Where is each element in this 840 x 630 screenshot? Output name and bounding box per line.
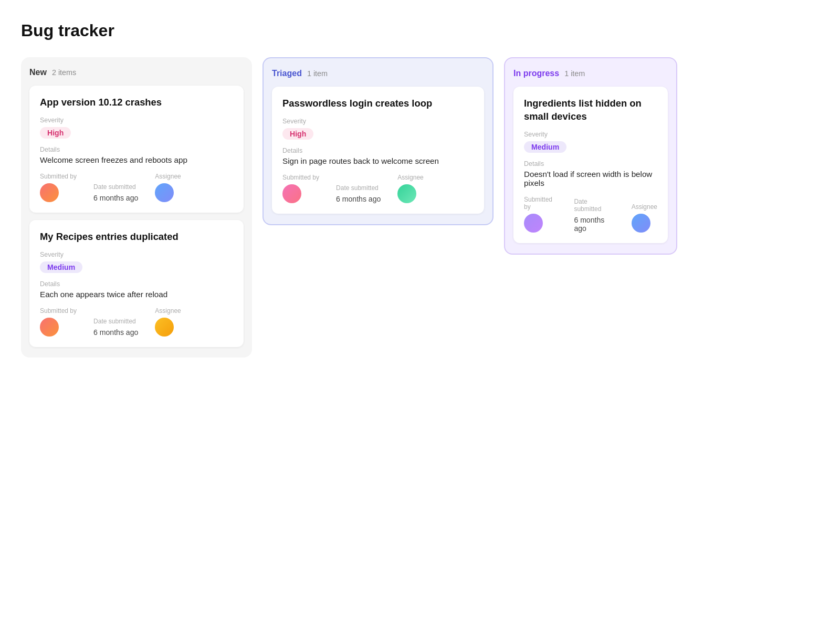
column-count-new: 2 items [52,68,76,77]
assignee-avatar [632,214,650,233]
column-count-triaged: 1 item [307,69,328,78]
severity-badge: Medium [40,261,82,273]
assignee-label: Assignee [632,203,657,211]
submitted-by-label: Submitted by [524,196,557,211]
severity-badge: Medium [524,141,566,153]
card-card-3[interactable]: Passwordless login creates loopSeverityH… [272,87,484,214]
assignee-label: Assignee [155,307,181,314]
kanban-board: New2 itemsApp version 10.12 crashesSever… [21,57,819,358]
date-submitted-value: 6 months ago [93,194,138,202]
column-count-inprogress: 1 item [564,69,585,78]
details-text: Doesn't load if screen width is below pi… [524,170,657,187]
date-submitted-group: Date submitted6 months ago [574,198,614,233]
card-title: My Recipes entries duplicated [40,230,233,244]
submitter-avatar [282,184,301,203]
column-title-triaged: Triaged [272,69,302,78]
card-card-1[interactable]: App version 10.12 crashesSeverityHighDet… [29,86,244,213]
submitted-by-label: Submitted by [40,173,77,180]
column-new: New2 itemsApp version 10.12 crashesSever… [21,57,252,358]
details-label: Details [524,160,657,167]
card-title: Passwordless login creates loop [282,97,474,110]
assignee-avatar [155,183,174,202]
assignee-avatar [397,184,416,203]
assignee-group: Assignee [632,203,657,233]
date-submitted-group: Date submitted6 months ago [93,183,138,202]
page-title: Bug tracker [21,21,819,40]
submitter-avatar [524,214,543,233]
details-text: Welcome screen freezes and reboots app [40,155,233,164]
column-triaged: Triaged1 itemPasswordless login creates … [262,57,494,225]
severity-label: Severity [40,251,233,258]
column-inprogress: In progress1 itemIngredients list hidden… [504,57,677,255]
submitted-by-label: Submitted by [282,174,319,181]
date-submitted-value: 6 months ago [574,216,614,233]
card-title: Ingredients list hidden on small devices [524,97,657,123]
details-label: Details [282,147,474,154]
details-text: Sign in page routes back to welcome scre… [282,156,474,165]
date-submitted-label: Date submitted [93,318,138,325]
severity-label: Severity [40,117,233,124]
date-submitted-label: Date submitted [336,184,381,192]
severity-badge: High [40,127,71,139]
submitted-by-group: Submitted by [524,196,557,233]
card-footer: Submitted byDate submitted6 months agoAs… [524,196,657,233]
assignee-group: Assignee [397,174,423,203]
submitter-avatar [40,183,59,202]
submitted-by-label: Submitted by [40,307,77,314]
submitted-by-group: Submitted by [40,307,77,337]
details-text: Each one appears twice after reload [40,290,233,299]
assignee-group: Assignee [155,173,181,202]
column-title-inprogress: In progress [513,69,559,78]
card-footer: Submitted byDate submitted6 months agoAs… [40,173,233,202]
date-submitted-group: Date submitted6 months ago [336,184,381,203]
card-card-2[interactable]: My Recipes entries duplicatedSeverityMed… [29,220,244,347]
severity-label: Severity [524,131,657,138]
column-header-new: New2 items [29,68,244,77]
date-submitted-label: Date submitted [93,183,138,191]
assignee-avatar [155,318,174,337]
details-label: Details [40,280,233,288]
details-label: Details [40,146,233,153]
severity-label: Severity [282,118,474,125]
assignee-group: Assignee [155,307,181,337]
card-title: App version 10.12 crashes [40,96,233,109]
severity-badge: High [282,128,313,140]
column-title-new: New [29,68,47,77]
date-submitted-value: 6 months ago [93,328,138,337]
submitted-by-group: Submitted by [282,174,319,203]
column-header-inprogress: In progress1 item [513,69,668,78]
card-footer: Submitted byDate submitted6 months agoAs… [40,307,233,337]
date-submitted-value: 6 months ago [336,195,381,203]
column-header-triaged: Triaged1 item [272,69,484,78]
submitter-avatar [40,318,59,337]
date-submitted-label: Date submitted [574,198,614,213]
card-card-4[interactable]: Ingredients list hidden on small devices… [513,87,668,243]
date-submitted-group: Date submitted6 months ago [93,318,138,337]
submitted-by-group: Submitted by [40,173,77,202]
card-footer: Submitted byDate submitted6 months agoAs… [282,174,474,203]
assignee-label: Assignee [397,174,423,181]
assignee-label: Assignee [155,173,181,180]
